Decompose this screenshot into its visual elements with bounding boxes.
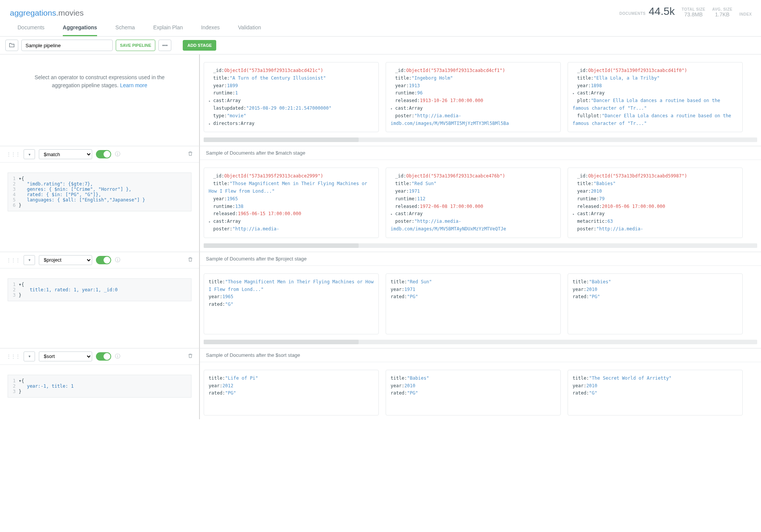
collapse-stage-button[interactable]: ▾ <box>24 255 35 265</box>
stage-documents: _id:ObjectId("573a1395f29313caabce2999")… <box>200 160 761 241</box>
stage-code-editor[interactable]: 123 ▾{ title:1, rated: 1, year:1, _id:0 … <box>8 278 191 301</box>
tab-validation[interactable]: Validation <box>238 24 261 36</box>
drag-handle-icon[interactable]: ⋮⋮⋮ <box>6 151 20 157</box>
tab-documents[interactable]: Documents <box>18 24 45 36</box>
horizontal-scrollbar[interactable] <box>204 340 757 344</box>
pipeline-more-button[interactable]: ••• <box>158 40 171 51</box>
source-documents: _id:ObjectId("573a1390f29313caabcd421c")… <box>200 54 761 136</box>
tab-indexes[interactable]: Indexes <box>201 24 220 36</box>
avg-size-value: 1.7KB <box>712 11 732 18</box>
document-card: _id:ObjectId("573a13bdf29313caabd59987")… <box>568 168 743 238</box>
delete-stage-button[interactable] <box>188 353 193 360</box>
sample-label: Sample of Documents after the $sort stag… <box>200 348 761 362</box>
stage-operator-select[interactable]: $project <box>39 255 92 265</box>
tab-schema[interactable]: Schema <box>115 24 135 36</box>
stage-documents: title:"Those Magnificent Men in Their Fl… <box>200 266 761 338</box>
tab-explain-plan[interactable]: Explain Plan <box>153 24 183 36</box>
info-icon: ⓘ <box>115 353 120 360</box>
sample-label: Sample of Documents after the $project s… <box>200 252 761 266</box>
add-stage-button[interactable]: ADD STAGE <box>183 40 216 51</box>
learn-more-link[interactable]: Learn more <box>120 82 147 88</box>
stage-documents: title:"Life of Pi" year:2012 rated:"PG" … <box>200 362 761 419</box>
horizontal-scrollbar[interactable] <box>204 137 757 142</box>
document-card: title:"Babies" year:2010 rated:"PG" <box>568 273 743 334</box>
open-pipeline-button[interactable] <box>5 40 18 51</box>
ellipsis-icon: ••• <box>162 43 168 48</box>
pipeline-toolbar: SAVE PIPELINE ••• ADD STAGE <box>0 37 761 54</box>
intro-hint: Select an operator to construct expressi… <box>0 54 199 109</box>
stage-enabled-toggle[interactable] <box>96 352 111 361</box>
document-card: title:"The Secret World of Arrietty" yea… <box>568 370 743 415</box>
document-card: _id:ObjectId("573a1396f29313caabce476b")… <box>386 168 561 238</box>
stage-operator-select[interactable]: $sort <box>39 351 92 361</box>
page-title: aggregations.movies <box>10 8 84 18</box>
avg-size-label: AVG. SIZE <box>712 7 732 11</box>
total-size-label: TOTAL SIZE <box>681 7 705 11</box>
save-pipeline-button[interactable]: SAVE PIPELINE <box>116 40 155 51</box>
document-card: title:"Life of Pi" year:2012 rated:"PG" <box>204 370 379 415</box>
document-card: _id:ObjectId("573a1390f29313caabcd4cf1")… <box>386 62 561 132</box>
pipeline-name-input[interactable] <box>21 40 113 51</box>
document-card: title:"Babies" year:2010 rated:"PG" <box>386 370 561 415</box>
chevron-down-icon: ▾ <box>29 354 30 358</box>
stage-operator-select[interactable]: $match <box>39 149 92 159</box>
document-card: title:"Red Sun" year:1971 rated:"PG" <box>386 273 561 334</box>
drag-handle-icon[interactable]: ⋮⋮⋮ <box>6 257 20 263</box>
delete-stage-button[interactable] <box>188 257 193 264</box>
document-card: _id:ObjectId("573a1395f29313caabce2999")… <box>204 168 379 238</box>
collapse-stage-button[interactable]: ▾ <box>24 149 35 159</box>
db-name: aggregations <box>10 8 56 17</box>
collection-stats: DOCUMENTS 44.5k TOTAL SIZE 73.8MB AVG. S… <box>619 5 752 18</box>
stage-code-editor[interactable]: 123 ▾{ year:-1, title: 1 } <box>8 375 191 398</box>
info-icon: ⓘ <box>115 257 120 264</box>
documents-label: DOCUMENTS <box>619 11 646 16</box>
sample-label: Sample of Documents after the $match sta… <box>200 146 761 160</box>
collection-name: movies <box>58 8 84 17</box>
index-label: INDEX <box>739 12 752 16</box>
header: aggregations.movies DOCUMENTS 44.5k TOTA… <box>0 0 761 18</box>
document-card: title:"Those Magnificent Men in Their Fl… <box>204 273 379 334</box>
horizontal-scrollbar[interactable] <box>204 243 757 248</box>
tab-aggregations[interactable]: Aggregations <box>63 24 97 36</box>
total-size-value: 73.8MB <box>681 11 705 18</box>
stage-code-editor[interactable]: 123456 ▾{ "imdb.rating": {$gte:7}, genre… <box>8 173 191 211</box>
tabs: Documents Aggregations Schema Explain Pl… <box>0 18 761 37</box>
stage-enabled-toggle[interactable] <box>96 256 111 264</box>
stage-enabled-toggle[interactable] <box>96 150 111 158</box>
document-card: _id:ObjectId("573a1390f29313caabcd41f0")… <box>568 62 743 132</box>
drag-handle-icon[interactable]: ⋮⋮⋮ <box>6 353 20 359</box>
chevron-down-icon: ▾ <box>29 258 30 262</box>
folder-icon <box>9 42 15 49</box>
collapse-stage-button[interactable]: ▾ <box>24 351 35 361</box>
chevron-down-icon: ▾ <box>29 152 30 157</box>
documents-value: 44.5k <box>649 5 675 18</box>
document-card: _id:ObjectId("573a1390f29313caabcd421c")… <box>204 62 379 132</box>
delete-stage-button[interactable] <box>188 151 193 158</box>
info-icon: ⓘ <box>115 151 120 158</box>
